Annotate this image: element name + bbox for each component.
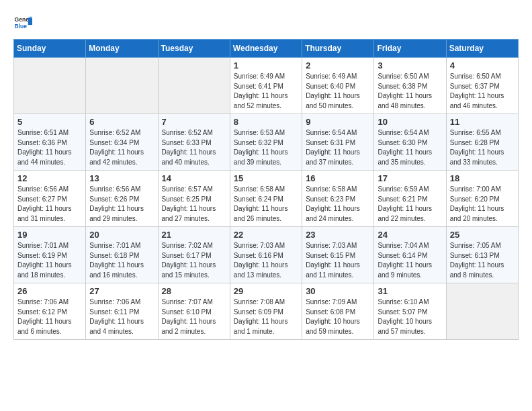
day-number: 25 [450,230,515,240]
day-number: 30 [306,286,370,296]
day-number: 4 [450,60,515,71]
calendar-cell: 1Sunrise: 6:49 AM Sunset: 6:41 PM Daylig… [230,58,302,114]
calendar-cell: 14Sunrise: 6:57 AM Sunset: 6:25 PM Dayli… [158,171,230,227]
cell-content: Sunrise: 7:07 AM Sunset: 6:10 PM Dayligh… [162,298,226,336]
calendar-cell: 23Sunrise: 7:03 AM Sunset: 6:15 PM Dayli… [302,227,374,283]
calendar-cell: 27Sunrise: 7:06 AM Sunset: 6:11 PM Dayli… [86,283,158,340]
calendar-cell: 18Sunrise: 7:00 AM Sunset: 6:20 PM Dayli… [446,171,518,227]
calendar-cell: 20Sunrise: 7:01 AM Sunset: 6:18 PM Dayli… [86,227,158,283]
day-number: 3 [378,60,442,71]
cell-content: Sunrise: 6:56 AM Sunset: 6:27 PM Dayligh… [17,185,82,224]
logo-icon: General Blue [13,13,32,32]
cell-content: Sunrise: 6:50 AM Sunset: 6:38 PM Dayligh… [378,72,442,111]
calendar-cell: 26Sunrise: 7:06 AM Sunset: 6:12 PM Dayli… [14,283,86,340]
day-number: 27 [89,286,154,296]
calendar-cell: 22Sunrise: 7:03 AM Sunset: 6:16 PM Dayli… [230,227,302,283]
calendar-week-row: 26Sunrise: 7:06 AM Sunset: 6:12 PM Dayli… [14,283,519,340]
cell-content: Sunrise: 7:09 AM Sunset: 6:08 PM Dayligh… [306,298,370,336]
cell-content: Sunrise: 7:01 AM Sunset: 6:18 PM Dayligh… [89,241,154,280]
cell-content: Sunrise: 7:06 AM Sunset: 6:11 PM Dayligh… [89,298,154,336]
cell-content: Sunrise: 6:49 AM Sunset: 6:41 PM Dayligh… [234,72,298,111]
calendar-cell: 2Sunrise: 6:49 AM Sunset: 6:40 PM Daylig… [302,58,374,114]
day-number: 31 [378,286,442,296]
day-number: 21 [162,230,226,240]
cell-content: Sunrise: 7:04 AM Sunset: 6:14 PM Dayligh… [378,241,442,280]
cell-content: Sunrise: 6:49 AM Sunset: 6:40 PM Dayligh… [306,72,370,111]
day-number: 8 [234,117,298,127]
cell-content: Sunrise: 6:50 AM Sunset: 6:37 PM Dayligh… [450,72,515,111]
day-number: 9 [306,117,370,127]
page-header: General Blue [13,13,519,32]
calendar-cell: 30Sunrise: 7:09 AM Sunset: 6:08 PM Dayli… [302,283,374,340]
day-number: 11 [450,117,515,127]
calendar-cell: 25Sunrise: 7:05 AM Sunset: 6:13 PM Dayli… [446,227,518,283]
header-thursday: Thursday [302,40,374,58]
calendar-cell [446,283,518,340]
cell-content: Sunrise: 7:01 AM Sunset: 6:19 PM Dayligh… [17,241,82,280]
calendar-cell: 13Sunrise: 6:56 AM Sunset: 6:26 PM Dayli… [86,171,158,227]
calendar-cell: 6Sunrise: 6:52 AM Sunset: 6:34 PM Daylig… [86,114,158,171]
calendar-week-row: 12Sunrise: 6:56 AM Sunset: 6:27 PM Dayli… [14,171,519,227]
calendar-cell: 28Sunrise: 7:07 AM Sunset: 6:10 PM Dayli… [158,283,230,340]
header-tuesday: Tuesday [158,40,230,58]
day-number: 20 [89,230,154,240]
day-number: 13 [89,173,154,183]
day-number: 1 [234,60,298,71]
calendar-cell: 31Sunrise: 6:10 AM Sunset: 5:07 PM Dayli… [374,283,446,340]
day-number: 12 [17,173,82,183]
header-monday: Monday [86,40,158,58]
day-number: 28 [162,286,226,296]
calendar-cell: 17Sunrise: 6:59 AM Sunset: 6:21 PM Dayli… [374,171,446,227]
cell-content: Sunrise: 6:55 AM Sunset: 6:28 PM Dayligh… [450,128,515,167]
calendar-cell: 3Sunrise: 6:50 AM Sunset: 6:38 PM Daylig… [374,58,446,114]
calendar-cell: 19Sunrise: 7:01 AM Sunset: 6:19 PM Dayli… [14,227,86,283]
cell-content: Sunrise: 6:52 AM Sunset: 6:33 PM Dayligh… [162,128,226,167]
cell-content: Sunrise: 6:54 AM Sunset: 6:31 PM Dayligh… [306,128,370,167]
calendar-cell: 21Sunrise: 7:02 AM Sunset: 6:17 PM Dayli… [158,227,230,283]
calendar-cell [14,58,86,114]
day-number: 19 [17,230,82,240]
header-sunday: Sunday [14,40,86,58]
calendar-cell [158,58,230,114]
calendar-week-row: 1Sunrise: 6:49 AM Sunset: 6:41 PM Daylig… [14,58,519,114]
calendar-cell: 24Sunrise: 7:04 AM Sunset: 6:14 PM Dayli… [374,227,446,283]
day-number: 16 [306,173,370,183]
cell-content: Sunrise: 6:10 AM Sunset: 5:07 PM Dayligh… [378,298,442,336]
cell-content: Sunrise: 6:54 AM Sunset: 6:30 PM Dayligh… [378,128,442,167]
cell-content: Sunrise: 7:03 AM Sunset: 6:15 PM Dayligh… [306,241,370,280]
calendar-cell: 29Sunrise: 7:08 AM Sunset: 6:09 PM Dayli… [230,283,302,340]
day-number: 22 [234,230,298,240]
cell-content: Sunrise: 6:59 AM Sunset: 6:21 PM Dayligh… [378,185,442,224]
calendar-cell: 5Sunrise: 6:51 AM Sunset: 6:36 PM Daylig… [14,114,86,171]
day-number: 10 [378,117,442,127]
cell-content: Sunrise: 7:08 AM Sunset: 6:09 PM Dayligh… [234,298,298,336]
day-number: 5 [17,117,82,127]
calendar-cell: 10Sunrise: 6:54 AM Sunset: 6:30 PM Dayli… [374,114,446,171]
cell-content: Sunrise: 7:03 AM Sunset: 6:16 PM Dayligh… [234,241,298,280]
day-number: 26 [17,286,82,296]
day-number: 23 [306,230,370,240]
calendar-cell: 16Sunrise: 6:58 AM Sunset: 6:23 PM Dayli… [302,171,374,227]
cell-content: Sunrise: 7:05 AM Sunset: 6:13 PM Dayligh… [450,241,515,280]
calendar-cell: 7Sunrise: 6:52 AM Sunset: 6:33 PM Daylig… [158,114,230,171]
svg-text:Blue: Blue [15,23,28,30]
calendar-cell: 9Sunrise: 6:54 AM Sunset: 6:31 PM Daylig… [302,114,374,171]
day-number: 14 [162,173,226,183]
cell-content: Sunrise: 6:52 AM Sunset: 6:34 PM Dayligh… [89,128,154,167]
calendar-cell: 4Sunrise: 6:50 AM Sunset: 6:37 PM Daylig… [446,58,518,114]
calendar-table: SundayMondayTuesdayWednesdayThursdayFrid… [13,39,519,340]
calendar-week-row: 19Sunrise: 7:01 AM Sunset: 6:19 PM Dayli… [14,227,519,283]
calendar-header-row: SundayMondayTuesdayWednesdayThursdayFrid… [14,40,519,58]
day-number: 6 [89,117,154,127]
calendar-week-row: 5Sunrise: 6:51 AM Sunset: 6:36 PM Daylig… [14,114,519,171]
svg-marker-2 [28,17,32,25]
calendar-cell: 8Sunrise: 6:53 AM Sunset: 6:32 PM Daylig… [230,114,302,171]
cell-content: Sunrise: 7:02 AM Sunset: 6:17 PM Dayligh… [162,241,226,280]
cell-content: Sunrise: 6:51 AM Sunset: 6:36 PM Dayligh… [17,128,82,167]
cell-content: Sunrise: 6:56 AM Sunset: 6:26 PM Dayligh… [89,185,154,224]
cell-content: Sunrise: 6:53 AM Sunset: 6:32 PM Dayligh… [234,128,298,167]
day-number: 18 [450,173,515,183]
day-number: 29 [234,286,298,296]
day-number: 17 [378,173,442,183]
calendar-cell [86,58,158,114]
